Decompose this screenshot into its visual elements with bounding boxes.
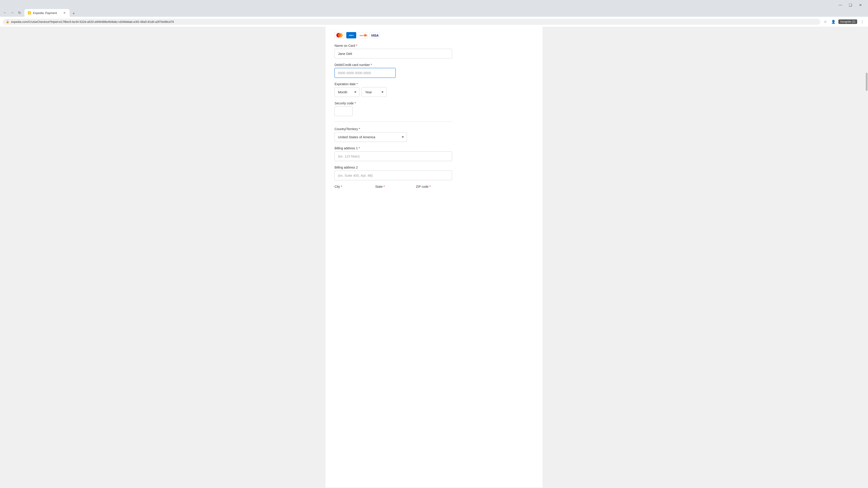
required-star-7: *	[340, 185, 342, 188]
scrollbar-thumb[interactable]	[866, 73, 868, 91]
billing-address-2-input[interactable]	[335, 170, 452, 180]
card-number-label: Debit/Credit card number *	[335, 63, 452, 67]
amex-icon: AMEX	[346, 32, 356, 38]
required-star-2: *	[370, 63, 372, 67]
required-star-9: *	[429, 185, 431, 188]
state-label: State *	[375, 185, 411, 188]
security-code-input[interactable]	[335, 106, 352, 116]
expedia-favicon: E	[28, 11, 31, 14]
tab-bar: ← → ↻ E Expedia: Payment ✕ +	[0, 9, 868, 17]
name-on-card-label: Name on Card *	[335, 44, 452, 47]
country-select[interactable]: United States of America Canada United K…	[335, 132, 407, 142]
scrollbar-track[interactable]	[865, 27, 868, 488]
bookmark-button[interactable]: ☆	[822, 19, 829, 25]
billing-address-2-group: Billing address 2	[335, 166, 452, 180]
security-code-group: Security code *	[335, 101, 452, 116]
required-star-5: *	[358, 127, 360, 131]
payment-form: AMEX DISCOVER VISA Name	[335, 32, 452, 194]
state-group: State *	[375, 185, 411, 190]
mastercard-icon	[335, 32, 344, 38]
expiration-date-label: Expiration date *	[335, 82, 452, 86]
country-label: Country/Territory *	[335, 127, 452, 131]
month-select[interactable]: Month 01 02 03 04 05 06 07 08 09 10 11 1…	[335, 87, 360, 97]
tab-title: Expedia: Payment	[33, 11, 61, 15]
zip-code-label: ZIP code *	[416, 185, 452, 188]
incognito-badge: Incognito (2)	[838, 20, 857, 24]
address-bar[interactable]: 🔒 expedia.com/CruiseCheckout?tripid=e17f…	[3, 19, 820, 25]
browser-titlebar: — ❑ ✕	[0, 0, 868, 8]
svg-point-4	[364, 34, 367, 37]
billing-address-1-label: Billing address 1 *	[335, 147, 452, 150]
url-text: expedia.com/CruiseCheckout?tripid=e17f8e…	[11, 20, 817, 24]
new-tab-button[interactable]: +	[70, 10, 77, 17]
minimize-button[interactable]: —	[837, 2, 844, 8]
forward-button[interactable]: →	[9, 9, 16, 16]
billing-address-1-input[interactable]	[335, 151, 452, 161]
visa-icon: VISA	[370, 32, 380, 38]
expiration-date-group: Expiration date * Month 01 02 03 04 05 0…	[335, 82, 452, 97]
restore-button[interactable]: ❑	[847, 2, 854, 8]
tab-favicon: E	[28, 11, 31, 15]
country-select-wrapper: United States of America Canada United K…	[335, 132, 407, 142]
reload-button[interactable]: ↻	[16, 9, 23, 16]
billing-address-1-group: Billing address 1 *	[335, 147, 452, 161]
active-tab[interactable]: E Expedia: Payment ✕	[24, 9, 70, 17]
security-code-label: Security code *	[335, 101, 452, 105]
required-star-4: *	[354, 101, 356, 105]
card-number-group: Debit/Credit card number *	[335, 63, 452, 78]
expiration-row: Month 01 02 03 04 05 06 07 08 09 10 11 1…	[335, 87, 452, 97]
tab-close-button[interactable]: ✕	[62, 11, 66, 15]
browser-toolbar: 🔒 expedia.com/CruiseCheckout?tripid=e17f…	[0, 17, 868, 27]
browser-chrome: — ❑ ✕ ← → ↻ E Expedia: Payment ✕ + 🔒 exp…	[0, 0, 868, 27]
name-on-card-group: Name on Card *	[335, 44, 452, 59]
year-select[interactable]: Year 2024 2025 2026 2027 2028 2029 2030	[362, 87, 386, 97]
lock-icon: 🔒	[6, 20, 9, 23]
city-label: City *	[335, 185, 371, 188]
section-divider	[335, 122, 452, 122]
close-button[interactable]: ✕	[857, 2, 864, 8]
profile-button[interactable]: 👤	[830, 19, 837, 25]
required-star: *	[355, 44, 357, 47]
page-content: AMEX DISCOVER VISA Name	[326, 27, 542, 488]
menu-button[interactable]: ⋮	[859, 19, 865, 25]
required-star-3: *	[355, 82, 358, 86]
city-state-zip-row: City * State * ZIP code *	[335, 185, 452, 194]
back-button[interactable]: ←	[2, 9, 8, 16]
name-on-card-input[interactable]	[335, 49, 452, 59]
city-group: City *	[335, 185, 371, 190]
diners-icon: DISCOVER	[358, 32, 368, 38]
required-star-6: *	[358, 147, 360, 150]
required-star-8: *	[383, 185, 385, 188]
billing-address-2-label: Billing address 2	[335, 166, 452, 169]
zip-code-group: ZIP code *	[416, 185, 452, 190]
country-group: Country/Territory * United States of Ame…	[335, 127, 452, 142]
card-icons: AMEX DISCOVER VISA	[335, 32, 452, 38]
card-number-input[interactable]	[335, 68, 396, 78]
